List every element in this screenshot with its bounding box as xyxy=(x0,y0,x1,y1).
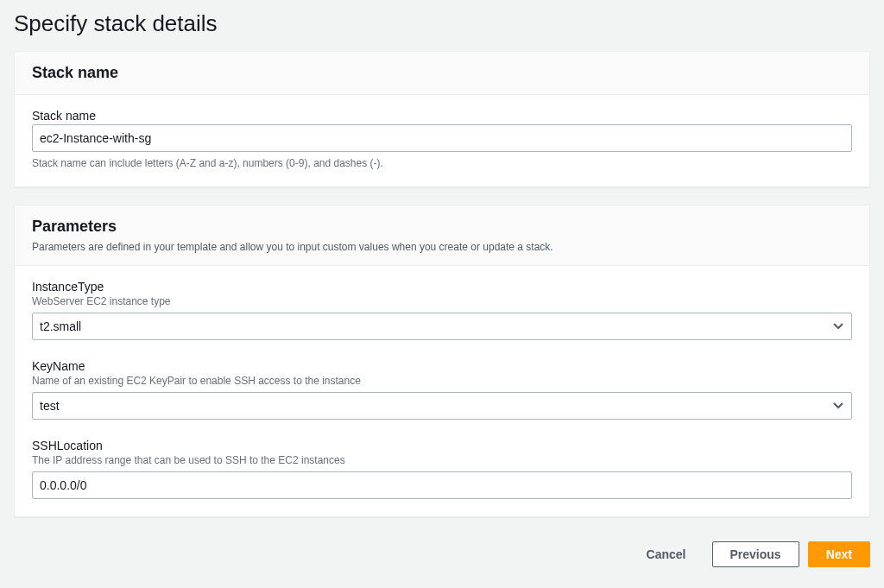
stack-name-label: Stack name xyxy=(32,109,852,123)
parameters-panel: Parameters Parameters are defined in you… xyxy=(14,205,870,517)
instance-type-field: InstanceType WebServer EC2 instance type… xyxy=(32,280,852,340)
footer-actions: Cancel Previous Next xyxy=(14,534,870,571)
previous-button[interactable]: Previous xyxy=(712,541,799,567)
parameters-description: Parameters are defined in your template … xyxy=(32,241,852,253)
sshlocation-desc: The IP address range that can be used to… xyxy=(32,454,852,466)
stack-name-panel-header: Stack name xyxy=(15,52,869,95)
keyname-field: KeyName Name of an existing EC2 KeyPair … xyxy=(32,359,852,420)
next-button[interactable]: Next xyxy=(808,541,870,567)
cancel-button[interactable]: Cancel xyxy=(629,542,704,566)
instance-type-desc: WebServer EC2 instance type xyxy=(32,295,852,307)
page-title: Specify stack details xyxy=(14,10,870,37)
sshlocation-field: SSHLocation The IP address range that ca… xyxy=(32,439,852,499)
instance-type-select-value: t2.small xyxy=(32,313,852,340)
keyname-desc: Name of an existing EC2 KeyPair to enabl… xyxy=(32,375,852,387)
sshlocation-label: SSHLocation xyxy=(32,439,852,452)
stack-name-panel: Stack name Stack name Stack name can inc… xyxy=(14,51,870,187)
stack-name-heading: Stack name xyxy=(32,64,852,82)
keyname-label: KeyName xyxy=(32,359,852,373)
parameters-panel-header: Parameters Parameters are defined in you… xyxy=(15,205,869,266)
keyname-select-value: test xyxy=(32,392,852,420)
stack-name-field: Stack name Stack name can include letter… xyxy=(32,109,852,169)
parameters-heading: Parameters xyxy=(32,218,852,236)
sshlocation-input[interactable] xyxy=(32,471,852,499)
stack-name-help: Stack name can include letters (A-Z and … xyxy=(32,157,852,169)
keyname-select[interactable]: test xyxy=(32,392,852,420)
stack-name-input[interactable] xyxy=(32,124,852,152)
instance-type-select[interactable]: t2.small xyxy=(32,313,852,340)
instance-type-label: InstanceType xyxy=(32,280,852,294)
